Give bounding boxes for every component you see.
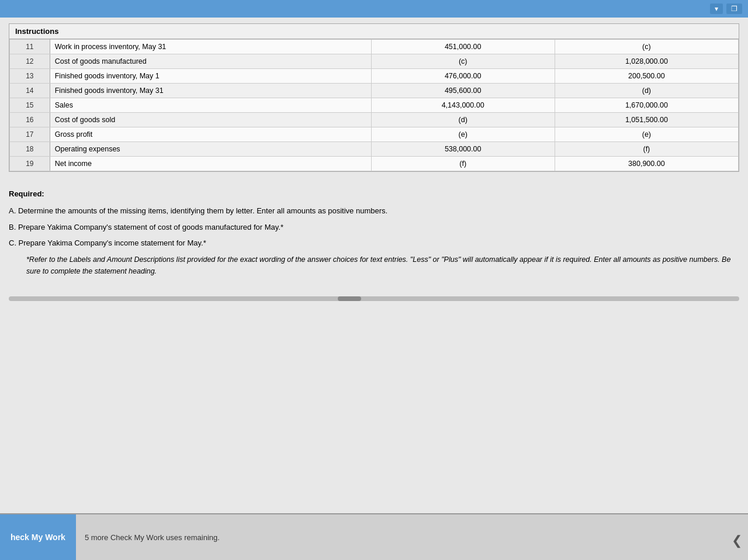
row-col2: 1,028,000.00 [555,54,738,69]
row-col2: 1,670,000.00 [555,98,738,113]
remaining-text: 5 more Check My Work uses remaining. [76,533,228,542]
row-col2: (d) [555,84,738,98]
row-label: Gross profit [50,127,371,142]
row-col2: (f) [555,142,738,157]
check-my-work-label: heck My Work [11,533,65,542]
note-text: *Refer to the Labels and Amount Descript… [26,254,739,277]
row-col1: 495,600.00 [371,84,555,98]
required-item-1: A. Determine the amounts of the missing … [9,205,739,217]
row-col2: (e) [555,127,738,142]
row-label: Cost of goods manufactured [50,54,371,69]
row-col1: (c) [371,54,555,69]
table-row: 18 Operating expenses 538,000.00 (f) [10,142,739,157]
row-col1: 4,143,000.00 [371,98,555,113]
row-number: 18 [10,142,50,157]
required-item-3: C. Prepare Yakima Company's income state… [9,237,739,249]
table-row: 11 Work in process inventory, May 31 451… [10,40,739,54]
row-label: Net income [50,157,371,171]
check-my-work-button[interactable]: heck My Work [0,514,76,560]
scrollbar-thumb[interactable] [338,296,361,301]
row-label: Sales [50,98,371,113]
row-number: 16 [10,113,50,127]
instructions-title: Instructions [15,27,58,36]
required-section: Required: A. Determine the amounts of th… [0,178,748,293]
row-number: 14 [10,84,50,98]
table-row: 14 Finished goods inventory, May 31 495,… [10,84,739,98]
row-col1: 451,000.00 [371,40,555,54]
table-row: 13 Finished goods inventory, May 1 476,0… [10,69,739,84]
row-col2: (c) [555,40,738,54]
row-number: 15 [10,98,50,113]
row-label: Work in process inventory, May 31 [50,40,371,54]
table-row: 12 Cost of goods manufactured (c) 1,028,… [10,54,739,69]
row-col1: 538,000.00 [371,142,555,157]
row-col1: 476,000.00 [371,69,555,84]
table-row: 17 Gross profit (e) (e) [10,127,739,142]
row-col1: (f) [371,157,555,171]
row-col1: (e) [371,127,555,142]
required-label: Required: [9,189,739,198]
row-label: Finished goods inventory, May 31 [50,84,371,98]
row-col1: (d) [371,113,555,127]
row-number: 13 [10,69,50,84]
row-number: 11 [10,40,50,54]
bottom-bar: heck My Work 5 more Check My Work uses r… [0,513,748,560]
row-label: Finished goods inventory, May 1 [50,69,371,84]
table-row: 15 Sales 4,143,000.00 1,670,000.00 [10,98,739,113]
table-row: 16 Cost of goods sold (d) 1,051,500.00 [10,113,739,127]
instructions-section: Instructions 11 Work in process inventor… [9,23,739,172]
table-row: 19 Net income (f) 380,900.00 [10,157,739,171]
row-col2: 380,900.00 [555,157,738,171]
top-bar: ▾ ❐ [0,0,748,18]
row-col2: 1,051,500.00 [555,113,738,127]
chevron-right-icon[interactable]: ❮ [732,533,742,548]
row-label: Operating expenses [50,142,371,157]
scrollbar-area[interactable] [9,296,739,301]
instructions-header: Instructions [9,24,739,39]
row-number: 17 [10,127,50,142]
row-number: 12 [10,54,50,69]
required-item-2: B. Prepare Yakima Company's statement of… [9,222,739,233]
row-col2: 200,500.00 [555,69,738,84]
chevron-down-button[interactable]: ▾ [710,4,723,14]
row-number: 19 [10,157,50,171]
copy-button[interactable]: ❐ [726,4,742,14]
data-table: 11 Work in process inventory, May 31 451… [9,39,739,171]
row-label: Cost of goods sold [50,113,371,127]
